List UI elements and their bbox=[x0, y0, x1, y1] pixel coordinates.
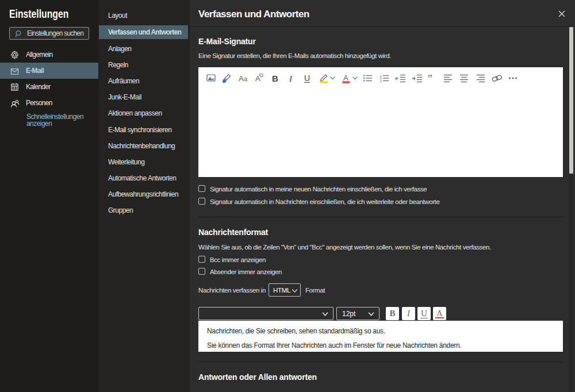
svg-text:B: B bbox=[272, 74, 278, 83]
svg-text:A: A bbox=[343, 74, 348, 82]
svg-text:I: I bbox=[289, 74, 293, 83]
svg-text:a: a bbox=[244, 75, 248, 82]
svg-text:U: U bbox=[304, 74, 310, 83]
svg-text:A: A bbox=[239, 74, 244, 83]
svg-text:”: ” bbox=[428, 72, 432, 84]
svg-text:3: 3 bbox=[380, 79, 382, 83]
